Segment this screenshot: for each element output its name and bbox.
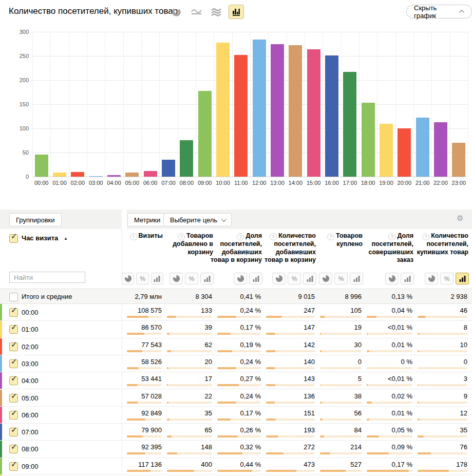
gridline-vertical [323,32,323,177]
row-dimension-sort[interactable]: Час визита ▲ [22,234,68,242]
stacked-area-chart-icon[interactable] [209,5,224,19]
metrics-button[interactable]: Метрики [127,213,167,226]
bar-21:00[interactable] [416,118,429,177]
row-checkbox[interactable] [9,445,18,453]
hide-chart-button[interactable]: Скрыть график [406,5,472,18]
bar-02:00[interactable] [71,172,84,177]
bar-10:00[interactable] [216,43,230,177]
percent-toggle[interactable]: % [334,273,348,284]
pie-chart-toggle[interactable] [425,273,438,284]
column-header-3[interactable]: ?Доля посетителей, добавивших товар в ко… [210,232,262,264]
pie-chart-toggle[interactable] [272,273,286,284]
row-checkbox[interactable] [9,342,18,351]
bar-20:00[interactable] [398,128,411,177]
row-checkbox[interactable] [9,462,18,471]
pie-chart-toggle[interactable] [234,273,247,284]
page-title: Количество посетителей, купивших товар [9,6,178,16]
x-axis-tick-label: 05:00 [123,180,141,186]
bar-06:00[interactable] [144,171,157,177]
x-axis-tick-label: 02:00 [69,180,87,186]
row-checkbox[interactable] [9,428,18,436]
cell-value: 62 [162,341,212,349]
bar-19:00[interactable] [380,124,393,177]
totals-checkbox[interactable] [9,293,18,301]
bar-05:00[interactable] [125,173,139,177]
percent-toggle[interactable]: % [288,273,301,284]
row-hour-label: 04:00 [22,377,39,385]
bar-08:00[interactable] [180,140,193,177]
groupings-button[interactable]: Группировки [9,213,62,226]
percent-toggle[interactable]: % [185,273,198,284]
value-bar-fill [320,350,322,352]
pie-chart-icon[interactable] [168,5,184,19]
line-chart-icon[interactable] [188,5,204,19]
question-circle-icon[interactable]: ? [270,233,277,240]
question-circle-icon[interactable]: ? [130,233,137,240]
row-checkbox[interactable] [9,325,18,334]
question-circle-icon[interactable]: ? [388,233,395,240]
value-bar-track [367,350,412,352]
bar-14:00[interactable] [289,45,302,177]
value-bar-track [167,470,212,472]
pie-chart-toggle[interactable] [122,273,134,284]
gridline-vertical [159,32,160,177]
question-circle-icon[interactable]: ? [237,233,244,240]
row-checkbox[interactable] [9,411,18,420]
cell-value: 140 [261,358,315,366]
bar-00:00[interactable] [35,155,48,177]
value-bar-track [167,367,212,369]
bar-chart-icon[interactable] [229,5,244,19]
cell-value: 136 [261,392,315,400]
cell-value: 133 [162,307,212,314]
pie-chart-toggle[interactable] [385,273,399,284]
question-circle-icon[interactable]: ? [178,233,185,240]
bar-01:00[interactable] [53,173,66,177]
column-header-6[interactable]: ?Доля посетителей, совершивших заказ [360,232,413,264]
value-bar-fill [167,435,172,437]
value-bar-track [217,452,261,454]
pie-chart-toggle[interactable] [319,273,332,284]
search-input[interactable] [9,272,85,283]
bar-09:00[interactable] [198,91,212,177]
row-color-strip [0,372,2,389]
row-checkbox[interactable] [9,376,18,385]
bar-07:00[interactable] [162,160,175,177]
x-axis-tick-label: 04:00 [105,180,123,186]
bar-04:00[interactable] [107,175,121,177]
pie-chart-toggle[interactable] [169,273,183,284]
settings-gear-icon[interactable]: ⚙ [457,214,463,222]
column-header-4[interactable]: ?Количество посетителей, добавивших това… [259,232,316,264]
column-header-7[interactable]: ?Количество посетителей, купивших товар [410,232,468,256]
bar-15:00[interactable] [307,49,320,177]
percent-toggle[interactable]: % [136,273,148,284]
column-header-1[interactable]: ?Визиты [120,232,163,240]
cell-value: 0 % [362,358,412,366]
value-bar-fill [266,452,284,454]
bar-chart-toggle[interactable] [456,273,469,284]
select-goal-dropdown[interactable]: Выберите цель [163,213,232,226]
percent-toggle[interactable]: % [440,273,454,284]
totals-value: 0,41 % [212,293,261,300]
bar-16:00[interactable] [325,55,338,177]
row-checkbox[interactable] [9,394,18,403]
select-all-checkbox[interactable] [9,234,18,243]
column-header-2[interactable]: ?Товаров добавлено в корзину [160,232,213,256]
value-bar-fill [418,452,431,454]
bar-22:00[interactable] [434,122,447,177]
question-circle-icon[interactable]: ? [422,233,429,240]
bar-17:00[interactable] [343,72,356,177]
bar-23:00[interactable] [452,143,465,177]
cell-value: 0,44 % [212,461,261,468]
column-header-5[interactable]: ?Товаров куплено [313,232,363,249]
bar-13:00[interactable] [271,44,284,177]
bar-18:00[interactable] [362,103,375,177]
row-checkbox[interactable] [9,359,18,368]
bar-12:00[interactable] [253,40,266,177]
bar-03:00[interactable] [89,176,103,177]
value-bar-fill [320,452,330,454]
cell-value: 151 [261,409,315,417]
bar-11:00[interactable] [234,55,248,177]
row-checkbox[interactable] [9,308,18,317]
question-circle-icon[interactable]: ? [327,233,334,240]
totals-value: 2,79 млн [122,293,162,300]
